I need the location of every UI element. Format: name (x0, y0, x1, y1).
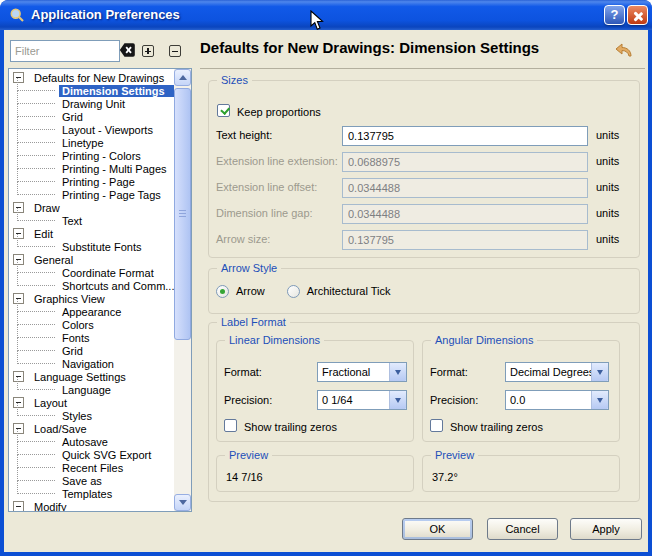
tree-item-edit[interactable]: Edit (9, 227, 174, 240)
tree-item-styles[interactable]: Styles (9, 409, 174, 422)
tree-item-label[interactable]: Defaults for New Drawings (31, 72, 167, 84)
tree-item-graphics-view[interactable]: Graphics View (9, 292, 174, 305)
tree-item-language-settings[interactable]: Language Settings (9, 370, 174, 383)
tree-item-appearance[interactable]: Appearance (9, 305, 174, 318)
collapse-node-icon[interactable] (13, 228, 24, 239)
tree-item-fonts[interactable]: Fonts (9, 331, 174, 344)
tree-item-coordinate-format[interactable]: Coordinate Format (9, 266, 174, 279)
tree-item-linetype[interactable]: Linetype (9, 136, 174, 149)
collapse-node-icon[interactable] (13, 397, 24, 408)
filter-input[interactable] (10, 40, 120, 62)
title-bar[interactable]: Application Preferences ? (0, 0, 652, 30)
tree-item-colors[interactable]: Colors (9, 318, 174, 331)
tree-item-label[interactable]: Coordinate Format (59, 267, 157, 279)
angular-precision-select[interactable]: 0.0 (505, 390, 609, 410)
tree-item-dimension-settings[interactable]: Dimension Settings (9, 84, 174, 97)
tree-item-defaults-for-new-drawings[interactable]: Defaults for New Drawings (9, 71, 174, 84)
tree-item-drawing-unit[interactable]: Drawing Unit (9, 97, 174, 110)
keep-proportions-label[interactable]: Keep proportions (237, 106, 321, 118)
collapse-node-icon[interactable] (13, 293, 24, 304)
tree-item-navigation[interactable]: Navigation (9, 357, 174, 370)
tree-item-label[interactable]: Printing - Colors (59, 150, 144, 162)
linear-trailing-zeros-checkbox[interactable] (224, 419, 237, 432)
tree-item-templates[interactable]: Templates (9, 487, 174, 500)
tree-item-label[interactable]: Drawing Unit (59, 98, 128, 110)
linear-format-select[interactable]: Fractional (317, 362, 407, 382)
tree-item-label[interactable]: Layout - Viewports (59, 124, 156, 136)
collapse-all-icon[interactable] (169, 45, 181, 57)
collapse-node-icon[interactable] (13, 254, 24, 265)
chevron-down-icon[interactable] (591, 391, 608, 409)
tree-item-label[interactable]: Load/Save (31, 423, 90, 435)
tree-content[interactable]: Defaults for New DrawingsDimension Setti… (9, 69, 174, 511)
tree-item-label[interactable]: Navigation (59, 358, 117, 370)
tree-item-label[interactable]: Templates (59, 488, 115, 500)
collapse-node-icon[interactable] (13, 501, 24, 511)
tree-item-grid[interactable]: Grid (9, 110, 174, 123)
text-height-field[interactable] (342, 126, 588, 146)
collapse-node-icon[interactable] (13, 72, 24, 83)
tree-item-label[interactable]: Shortcuts and Comm... (59, 280, 174, 292)
tree-item-label[interactable]: Layout (31, 397, 70, 409)
tree-item-label[interactable]: Fonts (59, 332, 93, 344)
undo-icon[interactable] (614, 42, 635, 60)
tree-item-quick-svg-export[interactable]: Quick SVG Export (9, 448, 174, 461)
tree-item-label[interactable]: Colors (59, 319, 97, 331)
tree-item-label[interactable]: Grid (59, 111, 86, 123)
tree-item-printing-colors[interactable]: Printing - Colors (9, 149, 174, 162)
clear-filter-icon[interactable] (119, 42, 136, 58)
tree-item-layout[interactable]: Layout (9, 396, 174, 409)
tree-item-label[interactable]: Draw (31, 202, 63, 214)
tree-item-label[interactable]: Save as (59, 475, 105, 487)
chevron-down-icon[interactable] (389, 363, 406, 381)
expand-all-icon[interactable] (142, 45, 154, 57)
chevron-down-icon[interactable] (591, 363, 608, 381)
tree-item-autosave[interactable]: Autosave (9, 435, 174, 448)
tree-item-label[interactable]: Graphics View (31, 293, 108, 305)
scroll-up-icon[interactable] (174, 69, 191, 86)
tree-item-label[interactable]: Printing - Page Tags (59, 189, 164, 201)
tree-item-printing-page-tags[interactable]: Printing - Page Tags (9, 188, 174, 201)
tree-item-label[interactable]: Grid (59, 345, 86, 357)
tree-item-label[interactable]: Recent Files (59, 462, 126, 474)
tree-item-label[interactable]: Text (59, 215, 85, 227)
ok-button[interactable]: OK (402, 518, 473, 540)
close-button[interactable] (627, 5, 648, 25)
tree-item-label[interactable]: Printing - Multi Pages (59, 163, 170, 175)
tree-item-label[interactable]: Language Settings (31, 371, 129, 383)
angular-trailing-zeros-checkbox[interactable] (430, 419, 443, 432)
tree-item-shortcuts-and-comm[interactable]: Shortcuts and Comm... (9, 279, 174, 292)
scrollbar-thumb[interactable] (174, 88, 191, 340)
tree-item-label[interactable]: Printing - Page (59, 176, 138, 188)
tree-item-label[interactable]: Modify (31, 501, 69, 512)
settings-tree[interactable]: Defaults for New DrawingsDimension Setti… (8, 68, 192, 512)
tree-item-language[interactable]: Language (9, 383, 174, 396)
tree-item-label[interactable]: Quick SVG Export (59, 449, 154, 461)
tree-item-label[interactable]: Dimension Settings (59, 85, 174, 97)
tree-item-label[interactable]: Appearance (59, 306, 124, 318)
angular-format-select[interactable]: Decimal Degrees (505, 362, 609, 382)
tree-item-substitute-fonts[interactable]: Substitute Fonts (9, 240, 174, 253)
tree-item-label[interactable]: Styles (59, 410, 95, 422)
tree-item-printing-multi-pages[interactable]: Printing - Multi Pages (9, 162, 174, 175)
keep-proportions-checkbox[interactable] (217, 104, 230, 117)
tree-item-label[interactable]: Edit (31, 228, 56, 240)
radio-icon[interactable] (287, 285, 300, 298)
tree-item-recent-files[interactable]: Recent Files (9, 461, 174, 474)
tree-item-modify[interactable]: Modify (9, 500, 174, 511)
arrow-style-option-architectural-tick[interactable]: Architectural Tick (287, 285, 391, 298)
tree-item-general[interactable]: General (9, 253, 174, 266)
tree-item-label[interactable]: Substitute Fonts (59, 241, 145, 253)
arrow-style-option-arrow[interactable]: Arrow (216, 285, 265, 298)
collapse-node-icon[interactable] (13, 371, 24, 382)
tree-item-draw[interactable]: Draw (9, 201, 174, 214)
collapse-node-icon[interactable] (13, 202, 24, 213)
tree-item-load-save[interactable]: Load/Save (9, 422, 174, 435)
scroll-down-icon[interactable] (174, 494, 191, 511)
tree-item-printing-page[interactable]: Printing - Page (9, 175, 174, 188)
tree-item-label[interactable]: Linetype (59, 137, 107, 149)
angular-trailing-zeros-label[interactable]: Show trailing zeros (450, 421, 543, 433)
apply-button[interactable]: Apply (570, 518, 642, 540)
tree-item-layout-viewports[interactable]: Layout - Viewports (9, 123, 174, 136)
tree-item-text[interactable]: Text (9, 214, 174, 227)
